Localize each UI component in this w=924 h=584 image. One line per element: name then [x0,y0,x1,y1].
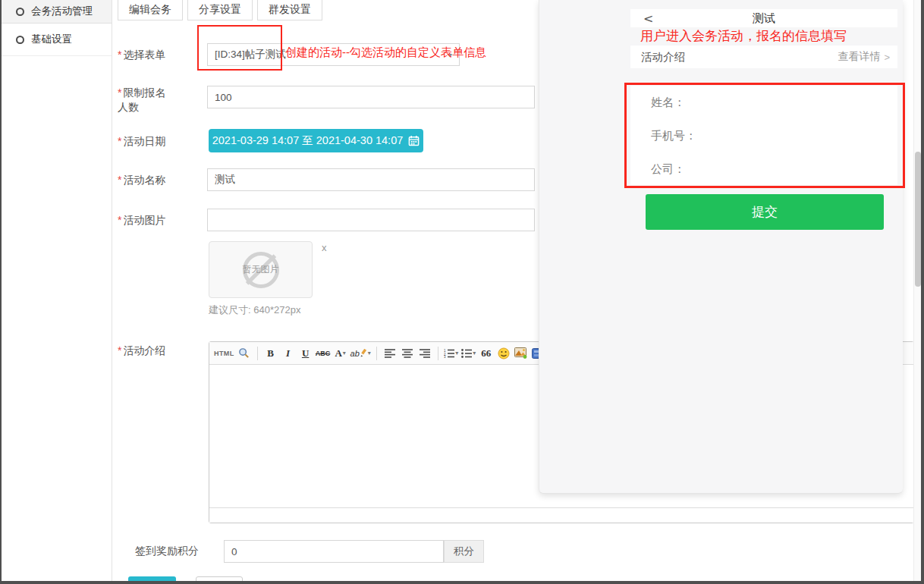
limit-people-input[interactable] [207,86,535,108]
chevron-down-icon: ▾ [368,350,371,356]
phone-field-label[interactable]: 手机号： [651,129,897,162]
chevron-down-icon: ▾ [343,350,346,356]
sidebar-item-conference-management[interactable]: 会务活动管理 [2,0,112,24]
annotation-text: 用户进入会务活动，报名的信息填写 [640,27,847,45]
view-detail-link[interactable]: 查看详情 > [838,50,890,64]
image-size-hint: 建议尺寸: 640*272px [209,303,300,317]
required-mark: * [118,49,121,61]
select-form-label: *选择表单 [118,49,165,62]
chevron-down-icon: ▾ [455,350,458,356]
required-mark: * [118,135,121,147]
activity-date-label: *活动日期 [118,135,165,149]
toolbar-separator [438,347,438,360]
circle-bullet-icon [16,36,24,44]
strikethrough-icon[interactable]: ABC [316,345,331,362]
html-source-icon[interactable]: HTML [214,345,234,362]
signin-points-label: 签到奖励积分 [135,545,199,558]
preview-header: < 测试 [630,9,897,27]
image-preview-box[interactable]: 暂无图片 [209,241,313,298]
scrollbar-thumb[interactable] [915,152,921,287]
signin-points-input[interactable] [224,540,444,563]
tab-bar: 编辑会务 分享设置 群发设置 [118,0,322,20]
preview-title: 测试 [630,11,897,26]
tab-broadcast-settings[interactable]: 群发设置 [257,0,322,20]
required-mark: * [118,86,121,99]
tab-share-settings[interactable]: 分享设置 [187,0,253,20]
scrollbar-track[interactable] [913,0,921,581]
emoticon-icon[interactable] [496,345,511,362]
highlight-icon[interactable]: ab ▾ [350,345,371,362]
blockquote-icon[interactable]: 66 [479,345,494,362]
form-select-value: [ID:34]帖子测试 [215,48,286,61]
tab-edit-conference[interactable]: 编辑会务 [118,0,183,20]
chevron-right-icon: > [884,52,890,63]
pencil-icon [360,349,367,357]
align-left-icon[interactable] [382,345,398,362]
sidebar-item-label: 基础设置 [31,33,72,46]
name-field-label[interactable]: 姓名： [651,96,897,129]
sidebar: 会务活动管理 基础设置 [2,0,112,581]
submit-button[interactable]: 提交 [646,194,884,230]
date-range-button[interactable]: 2021-03-29 14:07 至 2021-04-30 14:07 [209,129,423,152]
date-range-text: 2021-03-29 14:07 至 2021-04-30 14:07 [212,133,404,148]
activity-intro-label: *活动介绍 [118,344,165,358]
calendar-icon [408,135,420,146]
remove-image-icon[interactable]: x [322,242,327,253]
font-color-icon[interactable]: A ▾ [333,345,348,362]
italic-icon[interactable]: I [281,345,296,362]
align-right-icon[interactable] [417,345,432,362]
app-window: 会务活动管理 基础设置 编辑会务 分享设置 群发设置 *选择表单 [ID:34]… [0,0,924,584]
intro-label: 活动介绍 [641,50,685,64]
mobile-preview-panel: < 测试 用户进入会务活动，报名的信息填写 活动介绍 查看详情 > 姓名： 手机… [539,0,903,494]
intro-row: 活动介绍 查看详情 > [630,46,897,68]
activity-image-input[interactable] [207,209,535,231]
window-border-left [0,0,2,584]
underline-icon[interactable]: U [298,345,313,362]
bold-icon[interactable]: B [263,345,278,362]
required-mark: * [118,214,121,226]
window-border-right [921,0,924,584]
back-chevron-icon[interactable]: < [643,11,653,26]
activity-name-input[interactable] [207,168,535,191]
no-image-text: 暂无图片 [243,263,279,276]
image-icon[interactable] [514,345,529,362]
ordered-list-icon[interactable]: 123 ▾ [444,345,459,362]
signup-form: 姓名： 手机号： 公司： [630,86,897,185]
sidebar-item-basic-settings[interactable]: 基础设置 [2,24,112,56]
sidebar-item-label: 会务活动管理 [31,5,93,18]
company-field-label[interactable]: 公司： [651,162,897,196]
points-unit-addon: 积分 [444,540,484,563]
toolbar-separator [376,347,377,360]
chevron-down-icon: ▾ [473,350,476,356]
annotation-text: 创建的活动--勾选活动的自定义表单信息 [285,46,486,60]
activity-name-label: *活动名称 [118,174,165,187]
window-border-bottom [0,581,924,584]
toolbar-separator [257,347,258,360]
circle-bullet-icon [16,8,24,16]
preview-icon[interactable] [237,345,252,362]
align-center-icon[interactable] [400,345,415,362]
required-mark: * [118,344,121,356]
unordered-list-icon[interactable]: ▾ [461,345,476,362]
required-mark: * [118,174,121,186]
editor-statusbar [209,507,913,523]
svg-text:3: 3 [444,355,446,358]
limit-people-label: *限制报名人数 [118,86,174,115]
activity-image-label: *活动图片 [118,214,165,228]
no-image-icon: 暂无图片 [243,252,279,288]
